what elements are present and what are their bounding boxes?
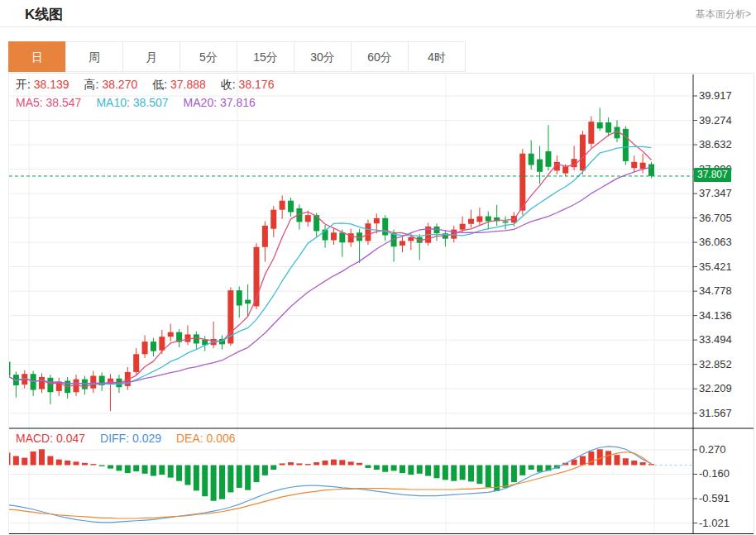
candle-body	[142, 342, 148, 354]
info-label: MA5:	[16, 96, 43, 109]
candle-body	[31, 374, 36, 389]
interval-tabs: 日周月5分15分30分60分4时	[8, 41, 466, 72]
macd-histogram-bar	[640, 462, 646, 465]
price-axis-label: 34.778	[699, 284, 732, 297]
macd-histogram-bar	[47, 456, 53, 466]
candle-body	[468, 219, 474, 224]
candle-body	[237, 290, 242, 305]
candle-body	[280, 201, 285, 210]
macd-histogram-bar	[125, 466, 131, 474]
diff-line	[9, 447, 652, 523]
macd-histogram-bar	[503, 466, 509, 488]
macd-histogram-bar	[408, 466, 414, 475]
info-value: 38.507	[130, 96, 169, 109]
candle-body	[262, 226, 268, 247]
info-label: DEA:	[176, 432, 203, 445]
macd-histogram-bar	[529, 466, 534, 470]
candle-body	[631, 162, 637, 168]
tab-interval-1[interactable]: 周	[65, 41, 123, 72]
macd-histogram-bar	[74, 461, 79, 465]
macd-histogram-bar	[519, 466, 525, 475]
macd-histogram-bar	[262, 466, 268, 475]
tab-interval-0[interactable]: 日	[8, 41, 66, 72]
macd-histogram-bar	[313, 462, 319, 465]
macd-histogram-bar	[305, 464, 311, 465]
macd-histogram-bar	[631, 461, 637, 465]
candle-body	[133, 354, 139, 372]
candle-body	[597, 122, 603, 128]
candle-body	[339, 232, 345, 242]
candle-body	[39, 377, 45, 389]
price-axis-label: 39.917	[699, 89, 732, 102]
candle-body	[460, 224, 466, 230]
macd-axis-label: -0.591	[699, 492, 730, 504]
info-label: 开:	[16, 78, 31, 91]
candle-body	[545, 151, 551, 167]
macd-row-item: DIFF: 0.029	[100, 432, 161, 445]
macd-histogram-bar	[159, 466, 165, 475]
macd-row-item: MACD: 0.047	[16, 432, 85, 445]
info-value: 0.006	[203, 432, 236, 445]
candle-body	[305, 215, 311, 222]
macd-histogram-bar	[245, 466, 251, 490]
candle-body	[331, 232, 337, 240]
macd-histogram-bar	[142, 466, 148, 474]
tab-interval-6[interactable]: 60分	[351, 41, 409, 72]
macd-histogram-bar	[39, 449, 45, 465]
macd-histogram-bar	[254, 466, 260, 483]
macd-histogram-bar	[605, 451, 611, 465]
macd-histogram-bar	[168, 466, 174, 478]
info-label: 高:	[84, 78, 99, 91]
ma-row-item: MA10: 38.507	[96, 96, 168, 109]
ma-row-item: MA5: 38.547	[16, 96, 81, 109]
info-value: 0.029	[129, 432, 161, 445]
macd-row-item: DEA: 0.006	[176, 432, 236, 445]
price-axis-label: 35.421	[699, 260, 732, 273]
macd-histogram-bar	[184, 466, 190, 485]
candle-body	[184, 334, 190, 342]
candle-body	[382, 218, 388, 236]
candle-body	[562, 166, 568, 173]
macd-histogram-bar	[400, 466, 405, 474]
macd-histogram-bar	[176, 466, 182, 481]
tab-interval-5[interactable]: 30分	[294, 41, 352, 72]
ma-info-row: MA5: 38.547MA10: 38.507MA20: 37.816	[16, 96, 270, 109]
price-axis-label: 31.567	[699, 407, 732, 419]
macd-histogram-bar	[425, 466, 431, 476]
candle-body	[194, 334, 199, 343]
ohlc-row-item: 开: 38.139	[16, 78, 69, 93]
macd-histogram-bar	[116, 466, 122, 471]
candle-body	[374, 218, 380, 223]
candle-body	[74, 380, 79, 393]
macd-info-row: MACD: 0.047DIFF: 0.029DEA: 0.006	[16, 432, 251, 445]
macd-histogram-bar	[219, 466, 225, 499]
candle-body	[640, 163, 646, 169]
macd-histogram-bar	[288, 462, 294, 465]
info-value: 37.888	[167, 78, 206, 91]
info-label: 收:	[221, 78, 236, 91]
info-value: 37.816	[217, 96, 256, 109]
info-label: MACD:	[16, 432, 53, 445]
candle-body	[588, 122, 594, 144]
macd-histogram-bar	[270, 466, 276, 470]
macd-histogram-bar	[443, 466, 448, 480]
page-title: K线图	[25, 5, 63, 24]
macd-histogram-bar	[348, 461, 354, 465]
info-value: 38.270	[99, 78, 138, 91]
macd-histogram-bar	[476, 466, 482, 485]
candle-body	[408, 237, 414, 241]
macd-histogram-bar	[280, 463, 285, 465]
macd-histogram-bar	[331, 460, 337, 466]
tab-interval-2[interactable]: 月	[122, 41, 180, 72]
fundamental-analysis-link[interactable]: 基本面分析>	[696, 7, 751, 21]
macd-histogram-bar	[451, 466, 457, 481]
tab-interval-3[interactable]: 5分	[179, 41, 237, 72]
price-axis-label: 39.274	[699, 114, 732, 127]
price-axis-label: 38.632	[699, 138, 732, 150]
tab-interval-7[interactable]: 4时	[408, 41, 466, 72]
candle-body	[580, 135, 586, 171]
candle-body	[486, 217, 491, 222]
price-axis-label: 36.705	[699, 212, 732, 224]
kline-chart-canvas[interactable]: 39.91739.27438.63237.99037.34736.70536.0…	[9, 74, 754, 534]
tab-interval-4[interactable]: 15分	[237, 41, 294, 72]
